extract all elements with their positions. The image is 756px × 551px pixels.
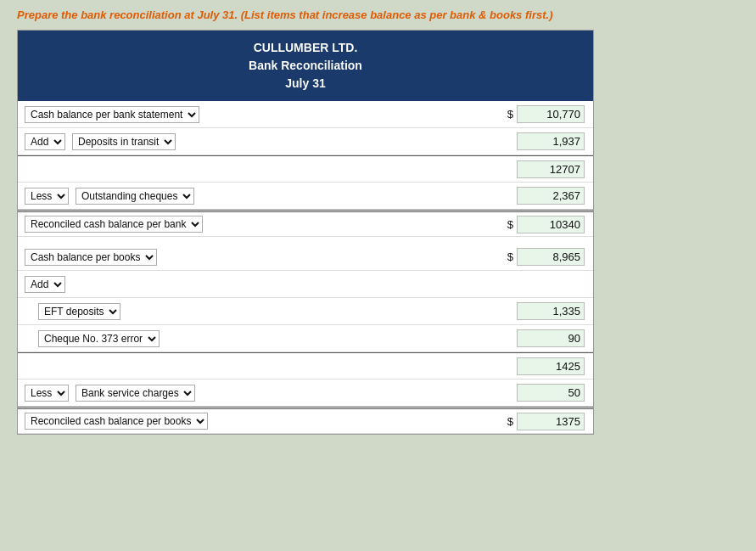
reconciliation-table: CULLUMBER LTD. Bank Reconciliation July … — [17, 30, 594, 435]
left-cash-balance-bank: Cash balance per bank statement — [18, 106, 491, 123]
input-reconciled-books[interactable] — [517, 413, 585, 430]
dropdown-add-deposits[interactable]: Add — [25, 133, 65, 150]
row-bank-service: Less Bank service charges — [18, 380, 593, 407]
row-subtotal-books-1 — [18, 352, 593, 380]
right-deposits — [491, 132, 593, 150]
input-reconciled-bank[interactable] — [517, 216, 585, 233]
input-deposits[interactable] — [517, 132, 585, 150]
dropdown-less-outstanding[interactable]: Less — [25, 188, 69, 205]
dropdown-add-books[interactable]: Add — [25, 276, 65, 293]
table-header: CULLUMBER LTD. Bank Reconciliation July … — [18, 31, 593, 101]
right-outstanding — [491, 187, 593, 205]
input-outstanding[interactable] — [517, 187, 585, 205]
input-cash-bank[interactable] — [517, 105, 585, 123]
dropdown-cash-balance-bank[interactable]: Cash balance per bank statement — [25, 106, 199, 123]
right-subtotal-books-1 — [491, 357, 593, 375]
row-cash-balance-bank: Cash balance per bank statement $ — [18, 101, 593, 128]
row-reconciled-bank: Reconciled cash balance per bank $ — [18, 210, 593, 237]
dropdown-reconciled-books[interactable]: Reconciled cash balance per books — [25, 413, 208, 430]
input-cheque[interactable] — [517, 329, 585, 347]
right-bank-service — [491, 384, 593, 402]
right-cheque — [491, 329, 593, 347]
input-bank-service[interactable] — [517, 384, 585, 402]
dollar-cash-bank: $ — [507, 108, 513, 121]
dollar-cash-books: $ — [507, 250, 513, 263]
header-line3: July 31 — [18, 75, 593, 93]
dollar-reconciled-bank: $ — [507, 218, 513, 231]
left-eft: EFT deposits — [18, 303, 491, 320]
dropdown-bank-service[interactable]: Bank service charges — [76, 385, 195, 402]
instruction-main: Prepare the bank reconciliation at July … — [17, 8, 238, 21]
left-cash-books: Cash balance per books — [18, 249, 491, 266]
dollar-reconciled-books: $ — [507, 415, 513, 428]
input-cash-books[interactable] — [517, 248, 585, 266]
dropdown-deposits-transit[interactable]: Deposits in transit — [72, 133, 176, 150]
row-deposits-transit: Add Deposits in transit — [18, 128, 593, 155]
row-eft-deposits: EFT deposits — [18, 298, 593, 325]
right-cash-books: $ — [491, 248, 593, 266]
spacer-1 — [18, 237, 593, 244]
row-outstanding-cheques: Less Outstanding cheques — [18, 183, 593, 210]
header-line1: CULLUMBER LTD. — [18, 39, 593, 57]
instruction-text: Prepare the bank reconciliation at July … — [17, 8, 552, 21]
row-cheque-error: Cheque No. 373 error — [18, 325, 593, 352]
input-eft[interactable] — [517, 302, 585, 320]
cheque-label: Cheque No. 373 error — [38, 330, 160, 347]
left-bank-service: Less Bank service charges — [18, 385, 491, 402]
row-cash-balance-books: Cash balance per books $ — [18, 244, 593, 271]
instruction-note: (List items that increase balance as per… — [241, 8, 553, 21]
row-reconciled-books: Reconciled cash balance per books $ — [18, 407, 593, 434]
right-reconciled-bank: $ — [491, 216, 593, 233]
right-subtotal-bank-1 — [491, 160, 593, 178]
left-add-books: Add — [18, 276, 491, 293]
dropdown-cheque-error[interactable]: Cheque No. 373 error — [38, 330, 160, 347]
dropdown-less-books[interactable]: Less — [25, 385, 69, 402]
left-cheque: Cheque No. 373 error — [18, 330, 491, 347]
header-line2: Bank Reconciliation — [18, 57, 593, 75]
input-subtotal-books-1[interactable] — [517, 357, 585, 375]
row-subtotal-bank-1 — [18, 155, 593, 183]
left-deposits: Add Deposits in transit — [18, 133, 491, 150]
row-add-books: Add — [18, 271, 593, 298]
right-reconciled-books: $ — [491, 413, 593, 430]
dropdown-cash-books[interactable]: Cash balance per books — [25, 249, 157, 266]
dropdown-eft[interactable]: EFT deposits — [38, 303, 120, 320]
input-subtotal-bank-1[interactable] — [517, 160, 585, 178]
left-reconciled-bank: Reconciled cash balance per bank — [18, 216, 491, 233]
right-cash-balance-bank: $ — [491, 105, 593, 123]
right-eft — [491, 302, 593, 320]
eft-label: EFT deposits — [38, 303, 120, 320]
left-reconciled-books: Reconciled cash balance per books — [18, 413, 491, 430]
left-outstanding: Less Outstanding cheques — [18, 188, 491, 205]
dropdown-outstanding-cheques[interactable]: Outstanding cheques — [76, 188, 194, 205]
dropdown-reconciled-bank[interactable]: Reconciled cash balance per bank — [25, 216, 203, 233]
